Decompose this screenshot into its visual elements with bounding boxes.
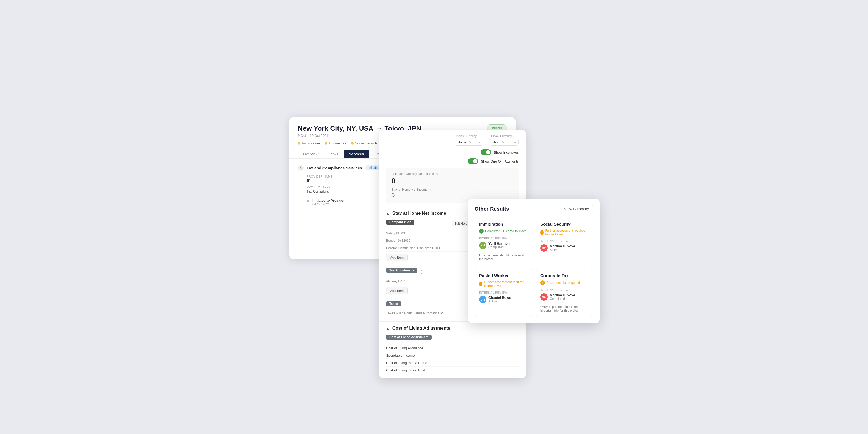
service-name: Tax and Compliance Services <box>307 166 362 170</box>
immigration-status: ✓ Completed - Cleared to Travel <box>479 229 527 234</box>
social-security-title: Social Security <box>540 222 570 227</box>
show-incentives-toggle-item: Show Incentives <box>480 149 519 155</box>
tag-dot-social-security <box>351 142 353 145</box>
tax-adjustments-more-icon[interactable]: ⋮ <box>420 269 424 274</box>
add-item-compensation-button[interactable]: Add Item <box>386 254 408 261</box>
posted-worker-status: ! Further assessment required before tra… <box>479 280 528 288</box>
cola-badge: Cost of Living Adjustment <box>386 335 432 340</box>
tag-label-income-tax: Income Tax <box>329 141 346 145</box>
social-security-status: ! Further assessment required before tra… <box>540 229 589 236</box>
view-summary-button[interactable]: View Summary <box>560 205 593 213</box>
corporate-tax-status-text: Documentation required <box>546 281 580 285</box>
immigration-avatar: YH <box>479 242 486 249</box>
social-security-reviewer-row: MO Martina Olivova Active <box>540 244 589 252</box>
cola-item-0: Cost of Living Allowance <box>386 345 519 352</box>
corporate-tax-warn-icon: ! <box>540 280 545 285</box>
currency-2-clear[interactable]: ✕ <box>502 141 504 144</box>
cola-item-1: Spendable Income <box>386 352 519 359</box>
social-security-reviewer-status: Active <box>550 248 575 252</box>
other-results-header: Other Results View Summary <box>474 205 593 213</box>
posted-worker-title: Posted Worker <box>479 274 509 278</box>
currency-1-clear[interactable]: ✕ <box>469 141 471 144</box>
tab-tasks[interactable]: Tasks <box>323 150 343 158</box>
result-card-posted-worker: Posted Worker ! Further assessment requi… <box>474 269 532 317</box>
corporate-tax-reviewer-name: Martina Olivova <box>550 293 575 297</box>
tax-adjustments-badge: Tax Adjustments <box>386 268 417 273</box>
result-card-immigration: Immigration ✓ Completed - Cleared to Tra… <box>474 218 532 266</box>
currency-2-chevron-icon: ▾ <box>514 141 516 144</box>
cola-item-3: Cost of Living Index: Host <box>386 367 519 374</box>
immigration-card-header: Immigration ✓ Completed - Cleared to Tra… <box>479 222 528 234</box>
tab-services[interactable]: Services <box>343 150 369 158</box>
stay-home-edit-icon[interactable]: ✎ <box>429 188 432 191</box>
estimated-edit-icon[interactable]: ✎ <box>436 172 438 176</box>
immigration-check-icon: ✓ <box>479 229 484 234</box>
currency-1-value: Home <box>457 140 467 144</box>
corporate-tax-card-header: Corporate Tax ! Documentation required <box>540 274 589 285</box>
collapse-icon[interactable]: ▲ <box>386 211 390 215</box>
cola-section-title: Cost of Living Adjustments <box>393 326 450 331</box>
result-card-social-security: Social Security ! Further assessment req… <box>536 218 593 266</box>
stay-home-value: 0 <box>392 192 514 199</box>
show-incentives-label: Show Incentives <box>494 151 519 154</box>
currency-1-chevron-icon: ▾ <box>479 141 480 144</box>
posted-worker-reviewer-name: Chantel Rowe <box>489 296 511 300</box>
timeline-date: 04 Oct 2021 <box>312 203 345 206</box>
tag-label-social-security: Social Security <box>355 141 378 145</box>
tag-immigration: Immigration <box>298 141 320 145</box>
immigration-note: Low risk here, should be okay at the bor… <box>479 251 528 261</box>
social-security-reviewer-name: Martina Olivova <box>550 244 575 248</box>
mobility-box: Estimated Mobility Net Income ✎ 0 Stay a… <box>386 168 519 203</box>
currency-1-group: Display Currency 1 Home ✕ ▾ <box>455 134 484 146</box>
cola-collapse-icon[interactable]: ▲ <box>386 326 390 330</box>
stay-home-label: Stay at Home Net Income ✎ <box>392 188 514 191</box>
result-card-corporate-tax: Corporate Tax ! Documentation required I… <box>536 269 593 317</box>
corporate-tax-title: Corporate Tax <box>540 274 568 278</box>
estimated-mobility-value: 0 <box>392 177 514 185</box>
results-grid: Immigration ✓ Completed - Cleared to Tra… <box>474 218 593 317</box>
tag-social-security: Social Security <box>351 141 378 145</box>
immigration-reviewer-row: YH Yurii Harmon Completed <box>479 242 528 249</box>
posted-worker-card-header: Posted Worker ! Further assessment requi… <box>479 274 528 288</box>
show-one-off-toggle-item: Show One-Off Payments <box>468 158 519 164</box>
trip-origin: New York City, NY, USA <box>298 124 373 132</box>
timeline-dot <box>307 199 309 202</box>
corporate-tax-note: Okay to proceed, this is an important tr… <box>540 303 589 312</box>
tab-overview[interactable]: Overview <box>298 150 323 158</box>
cola-more-icon[interactable]: ⋮ <box>434 336 438 341</box>
corporate-tax-avatar: MO <box>540 293 548 301</box>
posted-worker-avatar: CR <box>479 296 486 303</box>
show-incentives-toggle[interactable] <box>480 149 491 155</box>
taxes-badge: Taxes <box>386 301 401 306</box>
currency-2-label: Display Currency 2 <box>490 134 519 137</box>
other-results-panel: Other Results View Summary Immigration ✓… <box>468 198 600 323</box>
cola-item-2: Cost of Living Index: Home <box>386 359 519 367</box>
social-security-avatar: MO <box>540 244 548 252</box>
posted-worker-review-label: Internal Review <box>479 291 528 294</box>
timeline-label: Initiated to Provider <box>312 198 345 203</box>
currency-2-select[interactable]: Host ✕ ▾ <box>490 138 519 146</box>
corporate-tax-status: ! Documentation required <box>540 280 580 285</box>
posted-worker-status-text: Further assessment required before trave… <box>484 280 528 288</box>
immigration-review-label: Internal Review <box>479 237 528 240</box>
estimated-mobility-label: Estimated Mobility Net Income ✎ <box>392 172 514 176</box>
net-income-section-title: Stay at Home Net Income <box>393 211 446 216</box>
tag-dot-income-tax <box>324 142 327 145</box>
immigration-reviewer-status: Completed <box>489 245 510 249</box>
tag-income-tax: Income Tax <box>324 141 346 145</box>
show-one-off-toggle[interactable] <box>468 158 478 164</box>
tag-label-immigration: Immigration <box>302 141 320 145</box>
immigration-status-text: Completed - Cleared to Travel <box>485 229 527 233</box>
currency-1-label: Display Currency 1 <box>455 134 484 137</box>
social-security-status-text: Further assessment required before trave… <box>545 229 589 236</box>
currency-row: Display Currency 1 Home ✕ ▾ Display Curr… <box>379 130 526 146</box>
immigration-reviewer-name: Yurii Harmon <box>489 242 510 245</box>
cola-section-header: ▲ Cost of Living Adjustments <box>379 321 526 335</box>
posted-worker-reviewer-row: CR Chantel Rowe Active <box>479 296 528 303</box>
currency-1-select[interactable]: Home ✕ ▾ <box>455 138 484 146</box>
social-security-card-header: Social Security ! Further assessment req… <box>540 222 589 236</box>
tag-dot-immigration <box>298 142 300 145</box>
close-service-button[interactable]: ✕ <box>298 165 304 171</box>
corporate-tax-reviewer-row: MO Martina Olivova Completed <box>540 293 589 301</box>
add-item-tax-adj-button[interactable]: Add Item <box>386 287 408 294</box>
